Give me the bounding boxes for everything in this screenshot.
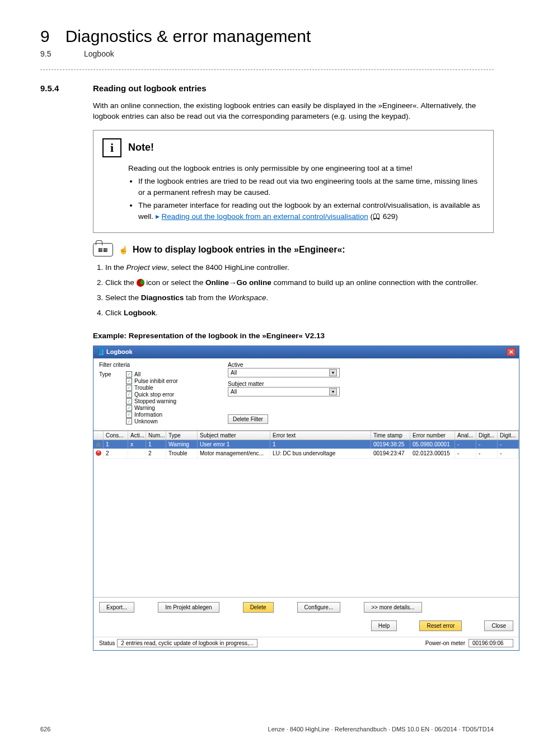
col-header[interactable]: Time stamp [371,431,410,440]
col-header[interactable]: Error text [270,431,371,440]
active-dropdown[interactable]: All▼ [228,368,340,377]
error-icon [96,450,101,456]
checkbox[interactable]: ✓ [126,418,132,424]
col-header[interactable]: Type [166,431,198,440]
col-header[interactable]: Acti... [128,431,146,440]
cell: x [128,440,146,449]
chapter-number: 9 [40,27,50,46]
cell: 2 [146,449,166,458]
status-field: 2 entries read, cyclic update of logbook… [117,639,257,647]
logbook-dialog: 📘 Logbook ✕ Filter criteria Type ✓All ✓P… [93,346,519,651]
cell: Motor management/enc... [198,449,270,458]
step-text: Click [105,309,124,317]
more-details-button[interactable]: >> more details... [364,602,421,613]
col-header[interactable]: Anal... [455,431,476,440]
step-text: . [266,293,268,302]
example-title: Example: Representation of the logbook i… [93,332,494,340]
delete-button[interactable]: Delete [243,602,274,613]
info-icon: i [102,138,121,157]
dialog-icon: 📘 [97,348,106,355]
checkbox-label: Information [134,412,162,418]
reset-error-button[interactable]: Reset error [419,620,462,631]
checkbox-label: Trouble [134,385,153,391]
footer-imprint: Lenze · 8400 HighLine · Referenzhandbuch… [268,726,494,732]
cell: - [498,449,519,458]
note-bullet: If the logbook entries are tried to be r… [138,176,484,198]
page-ref: (🕮 629) [371,212,398,221]
chevron-down-icon: ▼ [329,369,337,376]
step-text: Diagnostics [141,293,184,302]
cell: 00194:38:25 [371,440,410,449]
checkbox[interactable]: ✓ [126,371,132,377]
close-button[interactable]: ✕ [507,348,516,356]
step-text: Go online [237,278,271,287]
chevron-down-icon: ▼ [329,388,337,395]
checkbox[interactable]: ✓ [126,412,132,418]
col-header[interactable]: Error number [410,431,455,440]
col-header[interactable]: Num... [146,431,166,440]
step-item: Click Logbook. [105,307,494,319]
subject-dropdown[interactable]: All▼ [228,387,340,396]
cell: 00194:23:47 [371,449,410,458]
configure-button[interactable]: Configure... [297,602,341,613]
page-number: 626 [40,726,50,732]
save-project-button[interactable]: Im Projekt ablegen [158,602,219,613]
cell: - [455,440,476,449]
checkbox-label: Pulse inhibit error [134,378,178,384]
triangle-icon: ▸ [156,212,162,221]
step-item: Click the icon or select the Online→Go o… [105,277,494,288]
col-header[interactable]: Cons... [104,431,128,440]
checkbox-label: Warning [134,405,155,411]
warning-icon: ⚠ [96,441,101,447]
step-text: Select the [105,293,141,302]
cell: 02.0123.00015 [410,449,455,458]
help-button[interactable]: Help [371,620,397,631]
hand-icon: ☝ [119,245,128,254]
cell: - [476,449,498,458]
cell: 1 [104,440,128,449]
checkbox[interactable]: ✓ [126,391,132,398]
checkbox[interactable]: ✓ [126,398,132,404]
col-header[interactable]: Digit... [476,431,498,440]
subsection-number: 9.5.4 [40,83,74,93]
subsection-title: Reading out logbook entries [93,83,207,93]
export-button[interactable]: Export... [99,602,134,613]
dialog-title: Logbook [106,348,132,355]
checkbox-label: Unknown [134,418,158,424]
power-on-meter-label: Power-on meter [425,640,465,646]
power-on-meter-value: 00196:09:06 [469,639,513,647]
note-box: i Note! Reading out the logbook entries … [93,130,494,233]
checkbox-label: All [134,371,140,377]
titlebar: 📘 Logbook ✕ [93,346,519,358]
checkbox-label: Stopped warning [134,398,176,404]
step-text: Logbook [124,309,156,317]
col-header[interactable]: Digit... [498,431,519,440]
intro-paragraph: With an online connection, the existing … [93,101,494,122]
table-row[interactable]: ⚠ 1 x 1 Warning User error 1 1 00194:38:… [93,440,519,449]
col-header[interactable]: Subject matter [198,431,270,440]
checkbox[interactable]: ✓ [126,385,132,391]
step-text: Project view [127,263,167,272]
checkbox[interactable]: ✓ [126,405,132,411]
cross-reference-link[interactable]: Reading out the logbook from an external… [162,212,368,221]
keypad-icon: ▦▦ [93,243,113,256]
step-text: In the [105,263,127,272]
page-ref-number: 629 [383,212,396,221]
table-row[interactable]: 2 2 Trouble Motor management/enc... LU: … [93,449,519,459]
cell: 2 [104,449,128,458]
step-text: icon or select the [144,278,206,287]
howto-title: How to display logbook entries in the »E… [133,245,345,255]
step-text: Online [205,278,229,287]
delete-filter-button[interactable]: Delete Filter [228,414,268,424]
note-bullet: The parameter interface for reading out … [138,200,484,222]
section-number: 9.5 [40,49,68,58]
cell: - [498,440,519,449]
cell: 1 [146,440,166,449]
close-button-bottom[interactable]: Close [484,620,513,631]
grid-header: Cons... Acti... Num... Type Subject matt… [93,431,519,440]
checkbox-label: Quick stop error [134,391,174,398]
checkbox[interactable]: ✓ [126,378,132,384]
step-item: Select the Diagnostics tab from the Work… [105,292,494,304]
step-text: tab from the [184,293,228,302]
divider [40,69,494,70]
